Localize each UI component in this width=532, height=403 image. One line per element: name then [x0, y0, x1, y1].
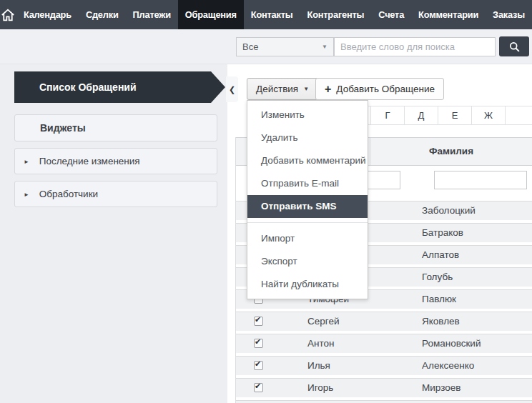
cell-firstname: Антон [307, 334, 334, 353]
nav-item-comments[interactable]: Комментарии [411, 0, 486, 29]
sidebar-item-widgets[interactable]: Виджеты [14, 114, 217, 141]
nav-item-contacts[interactable]: Контакты [244, 0, 300, 29]
cell-lastname: Батраков [422, 224, 463, 242]
table-row: ✔ Антон Романовский [236, 334, 532, 353]
menu-item-edit[interactable]: Изменить [247, 104, 368, 126]
table-row: ✔ Игорь Мирзоев [236, 378, 532, 397]
check-icon: ✔ [255, 359, 261, 369]
menu-item-send-sms[interactable]: Отправить SMS [247, 195, 368, 218]
add-request-button[interactable]: + Добавить Обращение [315, 78, 444, 100]
menu-item-delete[interactable]: Удалить [247, 126, 368, 149]
alphabet-letter[interactable]: Ж [471, 106, 506, 125]
cell-lastname: Мирзоев [422, 379, 460, 397]
sidebar-item-last-changes[interactable]: ► Последние изменения [14, 148, 217, 174]
cell-firstname: Сергей [307, 312, 339, 331]
triangle-right-icon: ► [24, 159, 29, 165]
cell-lastname: Заболоцкий [422, 201, 476, 220]
row-checkbox[interactable]: ✔ [254, 339, 263, 348]
menu-item-add-comment[interactable]: Добавить комментарий [247, 149, 368, 172]
actions-button[interactable]: Действия ▼ [247, 78, 318, 100]
table-row: ✔ Сергей Яковлев [236, 312, 532, 331]
actions-dropdown-menu: Изменить Удалить Добавить комментарий От… [247, 100, 368, 299]
home-icon [1, 9, 15, 21]
menu-item-export[interactable]: Экспорт [247, 250, 368, 273]
row-checkbox[interactable]: ✔ [254, 317, 263, 326]
home-button[interactable] [0, 0, 16, 29]
table-row: ✔ Илья Алексеенко [236, 356, 532, 375]
alphabet-letter[interactable]: Д [404, 106, 438, 125]
row-checkbox[interactable]: ✔ [254, 361, 263, 370]
chevron-down-icon: ▼ [303, 86, 309, 92]
alphabet-letter[interactable] [505, 106, 532, 125]
check-icon: ✔ [255, 315, 261, 324]
cell-firstname: Илья [307, 357, 330, 375]
chevron-left-icon: ❮ [229, 85, 235, 94]
filter-input-lastname[interactable] [434, 171, 527, 189]
nav-item-orders[interactable]: Заказы [486, 0, 532, 29]
cell-firstname: Игорь [307, 379, 333, 397]
search-button[interactable] [499, 36, 529, 56]
cell-lastname: Романовский [422, 334, 481, 353]
cell-lastname: Яковлев [422, 312, 460, 331]
sidebar: Список Обращений Виджеты ► Последние изм… [0, 64, 227, 403]
alphabet-letter[interactable]: Г [370, 106, 405, 125]
nav-item-counterparties[interactable]: Контрагенты [300, 0, 372, 29]
alphabet-letter[interactable]: Е [438, 106, 472, 125]
cell-lastname: Алпатов [422, 246, 459, 264]
actions-button-label: Действия [256, 84, 298, 94]
sidebar-item-request-list[interactable]: Список Обращений [14, 71, 225, 103]
cell-lastname: Голубь [422, 268, 453, 287]
search-category-select[interactable]: Все ▼ [236, 37, 334, 56]
cell-lastname: Павлюк [422, 290, 456, 309]
nav-item-payments[interactable]: Платежи [126, 0, 178, 29]
nav-item-calendar[interactable]: Календарь [16, 0, 79, 29]
sidebar-item-label: Виджеты [40, 122, 86, 134]
plus-icon: + [325, 83, 331, 96]
menu-item-import[interactable]: Импорт [247, 227, 368, 250]
nav-item-accounts[interactable]: Счета [371, 0, 411, 29]
row-checkbox[interactable]: ✔ [254, 383, 263, 392]
check-icon: ✔ [255, 382, 261, 391]
sidebar-item-label: Список Обращений [39, 81, 137, 93]
check-icon: ✔ [255, 337, 261, 347]
search-icon [508, 41, 521, 53]
menu-item-send-email[interactable]: Отправить E-mail [247, 172, 368, 195]
chevron-down-icon: ▼ [322, 38, 327, 56]
column-header-lastname[interactable]: Фамилия [370, 138, 532, 165]
sidebar-item-label: Обработчики [39, 189, 98, 199]
sidebar-item-handlers[interactable]: ► Обработчики [14, 181, 217, 207]
cell-lastname: Алексеенко [422, 357, 474, 375]
menu-divider [247, 222, 368, 223]
triangle-right-icon: ► [24, 191, 29, 198]
search-category-value: Все [242, 41, 258, 52]
sidebar-collapse-button[interactable]: ❮ [226, 76, 238, 102]
top-nav: Календарь Сделки Платежи Обращения Конта… [0, 0, 532, 29]
nav-item-requests[interactable]: Обращения [178, 0, 244, 29]
sidebar-item-label: Последние изменения [39, 156, 140, 166]
add-request-label: Добавить Обращение [336, 84, 435, 94]
search-bar: Все ▼ [0, 29, 532, 64]
menu-item-find-duplicates[interactable]: Найти дубликаты [247, 273, 368, 296]
table-row-partial [236, 400, 532, 403]
nav-item-deals[interactable]: Сделки [79, 0, 126, 29]
search-input[interactable] [334, 37, 496, 56]
